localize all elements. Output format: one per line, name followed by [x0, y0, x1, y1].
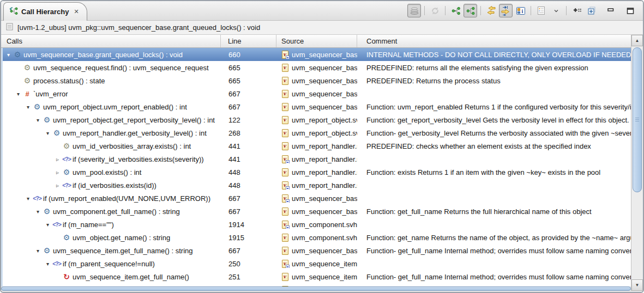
- tree-indent: [1, 107, 24, 107]
- show-call-stack-button[interactable]: [407, 4, 421, 17]
- table-row[interactable]: ▾⚙uvm_sequence_item.get_full_name() : st…: [1, 244, 631, 257]
- horizontal-scrollbar-thumb[interactable]: [1, 286, 631, 291]
- gear-blue-icon: ⚙: [42, 115, 52, 124]
- call-label: uvm_report_object.get_report_verbosity_l…: [53, 116, 215, 124]
- column-header-comment[interactable]: Comment: [357, 35, 631, 47]
- source-file-name: uvm_sequencer_base.svh: [292, 207, 357, 216]
- call-label: if (m_name==""): [63, 221, 114, 229]
- line-cell: 665: [221, 77, 276, 85]
- source-cell: uvm_sequencer_base.svh: [276, 194, 357, 203]
- expander-collapsed-icon[interactable]: ▹: [53, 169, 62, 175]
- expander-expanded-icon[interactable]: ▾: [34, 248, 42, 254]
- horizontal-scrollbar[interactable]: [1, 286, 631, 291]
- file-decorator-icon: [286, 265, 290, 268]
- expander-expanded-icon[interactable]: ▾: [34, 209, 42, 215]
- expander-expanded-icon[interactable]: ▾: [24, 196, 32, 202]
- column-header-source[interactable]: Source: [276, 35, 357, 47]
- table-row[interactable]: ▾⚙uvm_sequencer_base.grant_queued_locks(…: [1, 48, 631, 61]
- tree-indent: [1, 68, 14, 68]
- table-row[interactable]: ▹⚙uvm_pool.exists() : int448uvm_report_h…: [1, 166, 631, 179]
- show-callees-button[interactable]: [464, 4, 477, 17]
- line-cell: 660: [221, 51, 276, 59]
- minimize-button[interactable]: [604, 4, 617, 17]
- fast-view-button[interactable]: [570, 4, 583, 17]
- table-row[interactable]: ▹<?>if (severity_id_verbosities.exists(s…: [1, 152, 631, 166]
- line-cell: 667: [221, 103, 276, 111]
- table-row[interactable]: ▾<?>if (uvm_report_enabled(UVM_NONE,UVM_…: [1, 192, 631, 205]
- file-decorator-icon: [286, 56, 290, 59]
- scroll-down-button[interactable]: ▼: [631, 279, 643, 291]
- call-label: if (m_parent_sequence!=null): [63, 260, 155, 268]
- source-file-name: uvm_report_object.svh: [292, 129, 357, 137]
- column-header-line[interactable]: Line: [221, 35, 276, 47]
- table-row[interactable]: ⚙uvm_sequence_request.find() : uvm_seque…: [1, 61, 631, 74]
- hierarchy-root-text: [uvm-1.2_ubus] uvm_pkg::uvm_sequencer_ba…: [17, 23, 260, 32]
- source-cell: uvm_report_handler.svh: [276, 155, 357, 163]
- table-row[interactable]: ▹<?>if (id_verbosities.exists(id))448uvm…: [1, 179, 631, 192]
- call-label: uvm_sequence_item.get_full_name() : stri…: [53, 247, 193, 255]
- scroll-up-button[interactable]: ▲: [631, 35, 643, 46]
- line-cell: 667: [221, 194, 276, 203]
- expander-expanded-icon[interactable]: ▾: [34, 117, 42, 123]
- show-details-columns-button[interactable]: i: [514, 4, 527, 17]
- gear-blue-icon: ⚙: [62, 233, 71, 242]
- call-label: process.status() : state: [33, 77, 105, 85]
- table-row[interactable]: ▾⚙uvm_component.get_full_name() : string…: [1, 205, 631, 218]
- show-callers-button[interactable]: [449, 4, 462, 17]
- trace-calls-forward-button[interactable]: [499, 4, 513, 17]
- table-row[interactable]: ⚙process.status() : state665uvm_sequence…: [1, 74, 631, 87]
- expander-expanded-icon[interactable]: ▾: [44, 261, 52, 267]
- sv-file-icon: [282, 168, 288, 176]
- source-cell: uvm_component.svh: [276, 234, 357, 242]
- table-row[interactable]: ▾⚙uvm_report_object.uvm_report_enabled()…: [1, 100, 631, 113]
- close-icon[interactable]: ✕: [74, 8, 79, 15]
- table-row[interactable]: ↻uvm_sequence_item.get_full_name()251uvm…: [1, 270, 631, 283]
- column-header-calls[interactable]: Calls: [1, 35, 221, 47]
- call-label: uvm_report_object.uvm_report_enabled() :…: [43, 103, 187, 111]
- table-row[interactable]: ▾<?>if (m_name=="")1914uvm_component.svh: [1, 218, 631, 231]
- vertical-scrollbar-thumb[interactable]: [633, 47, 642, 192]
- gear-gray-icon: ⚙: [62, 142, 71, 150]
- table-row[interactable]: ⚙uvm_id_verbosities_array.exists() : int…: [1, 139, 631, 152]
- source-cell: uvm_report_handler.svh: [276, 168, 357, 176]
- maximize-button[interactable]: [623, 4, 637, 17]
- calls-cell: ▾⚙uvm_component.get_full_name() : string: [1, 207, 221, 216]
- if-icon: <?>: [32, 195, 42, 202]
- expander-expanded-icon[interactable]: ▾: [14, 91, 22, 97]
- source-file-name: uvm_component.svh: [292, 234, 357, 242]
- expander-collapsed-icon[interactable]: ▹: [53, 156, 62, 162]
- expander-expanded-icon[interactable]: ▾: [44, 222, 52, 228]
- toolbar-separator: [480, 6, 481, 15]
- view-menu-chevron-button[interactable]: [549, 4, 563, 17]
- table-row[interactable]: ▾⚙uvm_report_handler.get_verbosity_level…: [1, 126, 631, 139]
- calls-cell: ⚙uvm_sequence_request.find() : uvm_seque…: [1, 63, 221, 72]
- tab-call-hierarchy[interactable]: Call Hierarchy ✕: [3, 2, 87, 21]
- if-icon: <?>: [62, 156, 71, 162]
- tree-indent: [1, 81, 14, 81]
- restore-button[interactable]: [585, 4, 598, 17]
- source-cell: uvm_report_handler.svh: [276, 181, 357, 190]
- table-row[interactable]: ▾#`uvm_error667uvm_sequencer_base.svh: [1, 87, 631, 100]
- table-row[interactable]: ⚙uvm_object.get_name() : string1915uvm_c…: [1, 231, 631, 244]
- vertical-scrollbar[interactable]: ▲ ▼: [631, 35, 643, 291]
- tree-indent: [1, 185, 53, 186]
- source-file-name: uvm_sequencer_base.svh: [292, 64, 357, 72]
- trace-calls-backward-button[interactable]: [484, 4, 498, 17]
- expander-expanded-icon[interactable]: ▾: [4, 52, 13, 58]
- table-body: ▾⚙uvm_sequencer_base.grant_queued_locks(…: [1, 48, 631, 291]
- comment-cell: Function: get_full_name Returns the full…: [357, 207, 631, 216]
- sv-file-icon: [282, 194, 288, 203]
- table-row[interactable]: ▾<?>if (m_parent_sequence!=null)250uvm_s…: [1, 257, 631, 270]
- view-menu-button[interactable]: [534, 4, 548, 17]
- line-cell: 441: [221, 142, 276, 150]
- table-row[interactable]: ▾⚙uvm_report_object.get_report_verbosity…: [1, 113, 631, 126]
- tree-indent: [1, 94, 14, 94]
- expander-expanded-icon[interactable]: ▾: [44, 130, 52, 136]
- source-cell: uvm_report_object.svh: [276, 129, 357, 137]
- source-file-name: uvm_sequencer_base.svh: [292, 51, 357, 59]
- call-label: uvm_id_verbosities_array.exists() : int: [73, 142, 191, 150]
- expander-collapsed-icon[interactable]: ▹: [53, 182, 62, 188]
- file-decorator-icon: [286, 199, 290, 203]
- calls-cell: ↻uvm_sequence_item.get_full_name(): [1, 272, 221, 281]
- expander-expanded-icon[interactable]: ▾: [24, 104, 32, 110]
